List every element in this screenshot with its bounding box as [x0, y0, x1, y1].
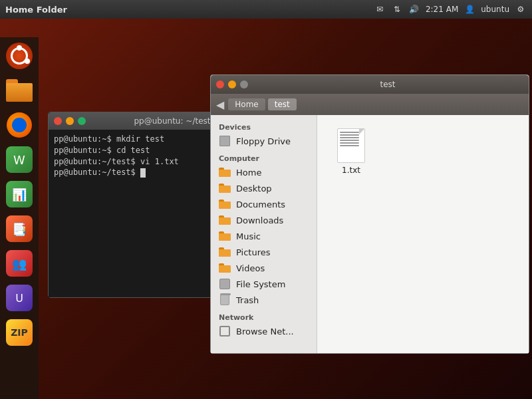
launcher-item-impress[interactable]: 📑	[3, 213, 35, 245]
ubuntu-logo-icon	[6, 43, 33, 69]
sidebar-item-label-music: Music	[236, 231, 261, 241]
fm-section-computer: Computer Home Desktop	[211, 152, 317, 308]
file-manager-window: test ◀ Home test Devices Flo	[210, 74, 529, 354]
sidebar-item-label-network: Browse Net...	[236, 327, 294, 336]
sidebar-item-downloads[interactable]: Downloads	[211, 212, 317, 228]
sidebar-item-label-videos: Videos	[236, 263, 265, 273]
sidebar-item-floppy[interactable]: Floppy Drive	[211, 133, 317, 149]
fm-sidebar: Devices Floppy Drive Computer	[211, 115, 317, 353]
sidebar-item-label-home: Home	[236, 168, 261, 178]
network-icon[interactable]: ⇅	[391, 3, 403, 15]
clock: 2:21 AM	[426, 5, 458, 14]
fm-section-network: Network Browse Net...	[211, 311, 317, 339]
pictures-folder-icon	[219, 246, 231, 258]
fm-section-header-computer: Computer	[211, 152, 317, 164]
sidebar-item-videos[interactable]: Videos	[211, 260, 317, 276]
music-folder-icon	[219, 230, 231, 242]
archive-icon: ZIP	[6, 319, 33, 346]
launcher-item-files[interactable]	[3, 74, 35, 106]
sidebar-item-label-pictures: Pictures	[236, 247, 270, 257]
downloads-folder-icon	[219, 214, 231, 226]
file-item-1txt[interactable]: 1.txt	[328, 126, 374, 178]
fm-section-header-network: Network	[211, 311, 317, 323]
terminal-minimize-button[interactable]	[66, 117, 74, 125]
launcher-item-contacts[interactable]: 👥	[3, 247, 35, 279]
desktop: W 📊 📑 👥 U ZIP pp@ubuntu: ~/test	[0, 19, 532, 399]
network-shape	[219, 326, 230, 336]
calc-icon: 📊	[6, 181, 33, 207]
term-cmd-3: vi 1.txt	[140, 157, 179, 166]
videos-folder-icon	[219, 262, 231, 274]
sidebar-item-music[interactable]: Music	[211, 228, 317, 244]
fm-section-devices: Devices Floppy Drive	[211, 120, 317, 149]
floppy-shape	[219, 136, 230, 146]
terminal-maximize-button[interactable]	[78, 117, 86, 125]
fm-main-area: 1.txt	[317, 115, 529, 353]
files-icon	[6, 79, 33, 102]
txt-line	[340, 132, 359, 133]
launcher-item-calc[interactable]: 📊	[3, 178, 35, 210]
filesystem-shape	[219, 279, 230, 289]
launcher: W 📊 📑 👥 U ZIP	[0, 37, 39, 399]
sidebar-item-filesystem[interactable]: File System	[211, 276, 317, 292]
fm-back-arrow[interactable]: ◀	[216, 98, 224, 111]
documents-folder-icon	[219, 198, 231, 210]
launcher-item-firefox[interactable]	[3, 109, 35, 141]
fm-title: test	[252, 80, 523, 89]
fm-breadcrumb-current[interactable]: test	[268, 98, 297, 110]
txt-line	[340, 134, 359, 136]
fm-breadcrumb-home[interactable]: Home	[228, 98, 265, 110]
sidebar-item-label-desktop: Desktop	[236, 184, 272, 194]
term-cmd-2: cd test	[116, 146, 150, 155]
panel-title: Home Folder	[5, 5, 67, 15]
sidebar-item-desktop[interactable]: Desktop	[211, 180, 317, 196]
sidebar-item-pictures[interactable]: Pictures	[211, 244, 317, 260]
sidebar-item-home[interactable]: Home	[211, 164, 317, 180]
term-prompt-4: pp@ubuntu:~/test$	[54, 168, 140, 177]
contacts-icon: 👥	[6, 250, 33, 277]
txt-line	[340, 137, 359, 138]
impress-icon: 📑	[6, 215, 33, 242]
ubuntu-logo-inner	[11, 47, 28, 65]
sidebar-item-trash[interactable]: Trash	[211, 292, 317, 308]
launcher-item-ubuntuone[interactable]: U	[3, 282, 35, 314]
terminal-close-button[interactable]	[54, 117, 62, 125]
txt-line	[340, 142, 359, 144]
fm-maximize-button[interactable]	[240, 80, 248, 88]
sidebar-item-label-downloads: Downloads	[236, 215, 283, 225]
writer-icon: W	[6, 146, 33, 173]
fm-close-button[interactable]	[216, 80, 224, 88]
fm-minimize-button[interactable]	[228, 80, 236, 88]
sidebar-item-label-floppy: Floppy Drive	[236, 136, 291, 146]
floppy-icon	[219, 135, 231, 147]
file-label-1txt: 1.txt	[342, 166, 360, 175]
fm-content: Devices Floppy Drive Computer	[211, 115, 529, 353]
txt-line	[340, 140, 359, 141]
txt-file-icon	[337, 128, 365, 163]
trash-shape	[220, 295, 229, 305]
network-browse-icon	[219, 325, 231, 337]
email-icon[interactable]: ✉	[374, 3, 386, 15]
folder-body	[6, 83, 33, 102]
volume-icon[interactable]: 🔊	[408, 3, 420, 15]
user-icon[interactable]: 👤	[464, 3, 475, 15]
txt-line	[340, 145, 359, 146]
fm-toolbar: ◀ Home test	[211, 94, 529, 115]
sidebar-item-network[interactable]: Browse Net...	[211, 323, 317, 339]
fm-section-header-devices: Devices	[211, 120, 317, 133]
username: ubuntu	[481, 5, 509, 14]
filesystem-icon	[219, 278, 231, 290]
sidebar-item-label-filesystem: File System	[236, 279, 285, 289]
settings-icon[interactable]: ⚙	[515, 3, 527, 15]
term-cmd-1: mkdir test	[116, 134, 164, 144]
launcher-item-ubuntu[interactable]	[3, 40, 35, 72]
desktop-folder-icon	[219, 182, 231, 194]
home-folder-icon	[219, 166, 231, 178]
sidebar-item-documents[interactable]: Documents	[211, 196, 317, 212]
ubuntuone-icon: U	[6, 285, 33, 311]
launcher-item-archive[interactable]: ZIP	[3, 317, 35, 348]
term-prompt-2: pp@ubuntu:~$	[54, 146, 116, 155]
trash-icon	[219, 294, 231, 306]
launcher-item-writer[interactable]: W	[3, 144, 35, 176]
fm-titlebar: test	[211, 75, 529, 94]
